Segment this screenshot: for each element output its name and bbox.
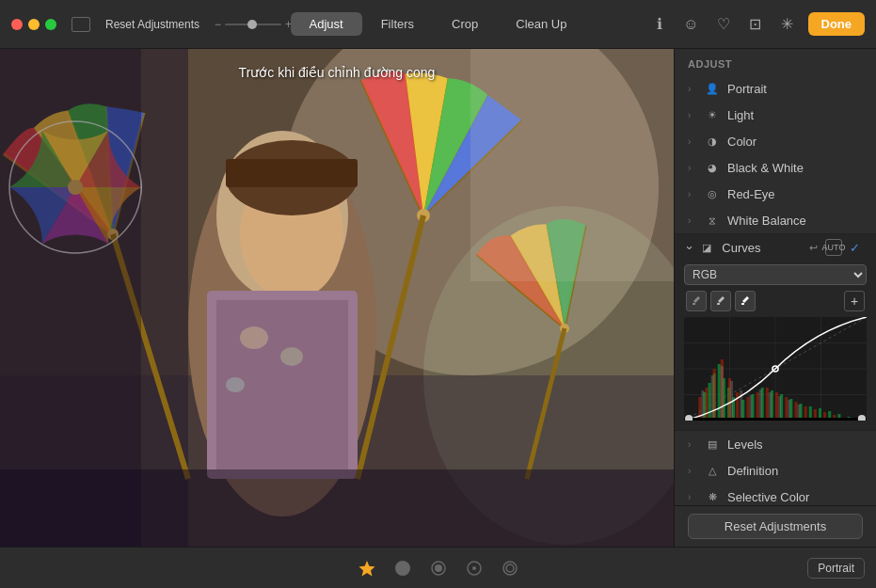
chevron-wb: › — [688, 215, 697, 226]
bottom-icon-circle3[interactable] — [464, 558, 485, 579]
fullscreen-button[interactable] — [45, 19, 56, 30]
definition-icon: △ — [705, 463, 720, 478]
svg-rect-76 — [746, 397, 749, 421]
svg-point-13 — [280, 347, 303, 366]
star-icon — [358, 559, 376, 578]
svg-rect-43 — [741, 303, 744, 305]
favorite-button[interactable]: ♡ — [712, 13, 735, 36]
panel-item-bw[interactable]: › ◕ Black & White — [675, 154, 876, 181]
portrait-mode-button[interactable]: Portrait — [807, 558, 865, 579]
tab-cleanup[interactable]: Clean Up — [497, 12, 585, 36]
zoom-minus-icon[interactable]: − — [215, 18, 221, 31]
window-mode-icons — [72, 17, 90, 32]
panel-item-redeye[interactable]: › ◎ Red-Eye — [675, 181, 876, 207]
chevron-definition: › — [688, 466, 697, 476]
panel-item-levels[interactable]: › ▤ Levels — [675, 431, 876, 457]
curves-action-icons: ↩ AUTO ✓ — [804, 239, 863, 256]
levels-label: Levels — [727, 437, 863, 452]
light-label: Light — [727, 108, 863, 122]
chevron-redeye: › — [688, 189, 697, 199]
svg-rect-40 — [470, 49, 674, 281]
svg-rect-88 — [711, 375, 714, 421]
definition-label: Definition — [727, 464, 863, 478]
panel-header: ADJUST — [675, 49, 876, 75]
bottom-bar: Portrait — [0, 547, 876, 588]
svg-rect-75 — [736, 392, 739, 421]
light-icon: ☀ — [705, 107, 720, 122]
add-point-button[interactable]: + — [844, 291, 865, 311]
selective-color-icon: ❋ — [705, 489, 720, 504]
selective-color-label: Selective Color — [727, 490, 863, 504]
curves-channel-row: RGB Red Green Blue — [684, 264, 867, 285]
svg-point-111 — [506, 564, 514, 572]
bottom-icon-circle2[interactable] — [428, 558, 449, 579]
wb-icon: ⧖ — [705, 213, 720, 228]
panel-item-wb[interactable]: › ⧖ White Balance — [675, 207, 876, 233]
tab-adjust[interactable]: Adjust — [291, 12, 362, 36]
zoom-control: − + — [215, 18, 292, 31]
svg-rect-77 — [757, 392, 759, 421]
svg-rect-9 — [226, 159, 358, 187]
circle-dot-icon — [466, 560, 483, 577]
svg-point-14 — [226, 377, 245, 392]
bottom-icon-circle1[interactable] — [392, 558, 413, 579]
svg-rect-101 — [684, 418, 867, 421]
zoom-slider[interactable] — [225, 24, 281, 25]
svg-rect-95 — [778, 396, 781, 421]
svg-point-110 — [503, 562, 517, 575]
eyedropper-white-button[interactable] — [735, 291, 756, 311]
portrait-icon: 👤 — [705, 81, 720, 96]
curves-header[interactable]: › ◪ Curves ↩ AUTO ✓ — [675, 234, 876, 261]
svg-rect-96 — [788, 400, 790, 421]
info-button[interactable]: ℹ — [648, 13, 671, 36]
curves-section: › ◪ Curves ↩ AUTO ✓ RGB Red — [675, 233, 876, 431]
color-icon: ◑ — [705, 134, 720, 149]
bottom-icon-star[interactable] — [357, 558, 377, 579]
photo-area[interactable] — [0, 49, 674, 547]
redeye-icon: ◎ — [705, 186, 720, 201]
share-button[interactable]: ⊡ — [744, 13, 767, 36]
eyedropper-mid-icon — [715, 295, 726, 307]
svg-rect-42 — [717, 303, 720, 305]
undo-icon[interactable]: ↩ — [804, 239, 821, 256]
svg-point-109 — [472, 566, 476, 570]
channel-select[interactable]: RGB Red Green Blue — [684, 264, 867, 285]
confirm-curves-icon[interactable]: ✓ — [846, 239, 863, 256]
reset-adjustments-button[interactable]: Reset Adjustments — [688, 514, 863, 539]
panel-item-light[interactable]: › ☀ Light — [675, 102, 876, 128]
eyedropper-black-icon — [691, 295, 702, 307]
panel-item-selective-color[interactable]: › ❋ Selective Color — [675, 484, 876, 505]
done-button[interactable]: Done — [808, 12, 866, 36]
grid-view-icon[interactable] — [72, 17, 90, 32]
chevron-color: › — [688, 136, 697, 147]
eyedropper-white-icon — [740, 295, 751, 307]
panel-item-portrait[interactable]: › 👤 Portrait — [675, 75, 876, 102]
levels-icon: ▤ — [705, 437, 720, 452]
photo-svg — [0, 49, 674, 547]
curves-graph[interactable] — [684, 317, 867, 421]
titlebar: Reset Adjustments − + Adjust Filters Cro… — [0, 0, 876, 49]
tab-crop[interactable]: Crop — [433, 12, 497, 36]
tab-filters[interactable]: Filters — [362, 12, 433, 36]
eyedropper-mid-button[interactable] — [710, 291, 731, 311]
bottom-icon-circle4[interactable] — [500, 558, 520, 579]
emoji-button[interactable]: ☺ — [680, 13, 703, 36]
panel-item-color[interactable]: › ◑ Color — [675, 128, 876, 154]
bw-icon: ◕ — [705, 160, 720, 175]
more-button[interactable]: ✳ — [776, 13, 799, 36]
auto-badge[interactable]: AUTO — [825, 239, 842, 256]
revert-to-original-button[interactable]: Reset Adjustments — [98, 14, 207, 35]
eyedropper-black-button[interactable] — [686, 291, 707, 311]
traffic-lights — [11, 19, 56, 30]
circle-ring-icon — [430, 560, 447, 577]
chevron-curves: › — [683, 246, 697, 249]
close-button[interactable] — [11, 19, 23, 30]
svg-rect-79 — [775, 392, 778, 421]
svg-rect-92 — [749, 395, 752, 421]
svg-rect-71 — [705, 388, 708, 421]
curves-icon: ◪ — [699, 240, 714, 255]
minimize-button[interactable] — [28, 19, 40, 30]
redeye-label: Red-Eye — [727, 187, 863, 201]
curves-label: Curves — [722, 241, 760, 255]
panel-item-definition[interactable]: › △ Definition — [675, 457, 876, 484]
